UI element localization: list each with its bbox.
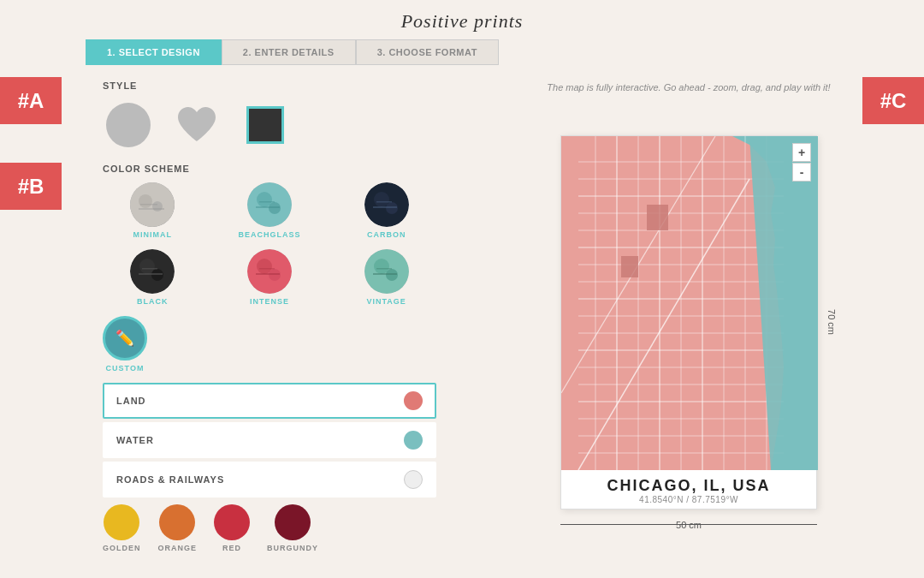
tab-bar: 1. Select Design 2. Enter Details 3. Cho… [86, 39, 838, 65]
main-content: STYLE COLOR SCHEME [0, 65, 924, 562]
swatch-burgundy[interactable]: BURGUNDY [267, 504, 318, 552]
svg-rect-3 [139, 208, 164, 210]
map-width-line [560, 524, 817, 525]
roads-color-dot [404, 470, 423, 489]
svg-rect-24 [259, 268, 275, 270]
color-scheme-minimal[interactable]: MINIMAL [103, 182, 203, 239]
map-zoom-controls: + - [792, 143, 811, 182]
color-scheme-intense[interactable]: INTENSE [220, 249, 320, 306]
map-image-area: + - [561, 136, 818, 470]
color-scheme-title: COLOR SCHEME [103, 164, 436, 174]
svg-point-2 [152, 201, 163, 212]
map-card[interactable]: + - CHICAGO, IL, USA 41.8540°N / 87.7519… [560, 135, 817, 509]
tab-enter-details[interactable]: 2. Enter Details [222, 39, 356, 65]
swatch-red[interactable]: RED [214, 504, 250, 552]
map-wrapper: 70 cm [560, 135, 817, 509]
swatch-orange-circle [159, 504, 195, 540]
svg-point-1 [139, 194, 152, 208]
svg-rect-9 [259, 201, 275, 203]
custom-circle-icon: ✏️ [103, 316, 147, 361]
tab-choose-format[interactable]: 3. Choose Format [356, 39, 499, 65]
color-scheme-black[interactable]: BLACK [103, 249, 203, 306]
color-scheme-grid: MINIMAL BEACHGLASS [103, 182, 436, 306]
right-panel: The map is fully interactive. Go ahead -… [453, 65, 924, 562]
land-color-dot [404, 391, 423, 410]
map-city-label: CHICAGO, IL, USA [561, 477, 816, 495]
color-options-list: LAND WATER ROADS & RAILWAYS [103, 383, 436, 498]
map-svg [561, 136, 818, 470]
map-footer: CHICAGO, IL, USA 41.8540°N / 87.7519°W [561, 470, 816, 509]
color-option-land[interactable]: LAND [103, 383, 436, 419]
color-option-roads[interactable]: ROADS & RAILWAYS [103, 462, 436, 498]
color-option-water[interactable]: WATER [103, 422, 436, 458]
map-coords-label: 41.8540°N / 87.7519°W [561, 495, 816, 504]
swatch-orange[interactable]: ORANGE [158, 504, 198, 552]
svg-rect-29 [376, 268, 392, 270]
zoom-in-button[interactable]: + [792, 143, 811, 162]
svg-rect-18 [139, 273, 163, 275]
swatch-red-circle [214, 504, 250, 540]
map-hint: The map is fully interactive. Go ahead -… [453, 82, 924, 92]
shape-heart[interactable] [171, 99, 222, 151]
svg-rect-23 [256, 273, 280, 275]
color-scheme-custom[interactable]: ✏️ CUSTOM [103, 316, 147, 372]
shape-square[interactable] [240, 99, 291, 151]
svg-rect-60 [647, 205, 668, 230]
swatch-burgundy-circle [275, 504, 311, 540]
zoom-out-button[interactable]: - [792, 163, 811, 182]
shape-circle[interactable] [103, 99, 154, 151]
app-title: Positive prints [0, 0, 924, 39]
badge-b: #B [0, 163, 62, 210]
badge-a: #A [0, 77, 62, 124]
color-scheme-beachglass[interactable]: BEACHGLASS [220, 182, 320, 239]
svg-rect-28 [373, 273, 397, 275]
svg-rect-8 [256, 206, 280, 208]
color-swatches-row: GOLDEN ORANGE RED BURGUNDY [103, 504, 436, 552]
svg-rect-61 [621, 256, 638, 277]
water-color-dot [404, 431, 423, 450]
swatch-golden-circle [104, 504, 139, 540]
svg-rect-19 [142, 268, 157, 270]
style-section-title: STYLE [103, 80, 436, 91]
svg-rect-14 [376, 201, 392, 203]
color-scheme-carbon[interactable]: CARBON [336, 182, 436, 239]
tab-select-design[interactable]: 1. Select Design [86, 39, 222, 65]
swatch-golden[interactable]: GOLDEN [103, 504, 141, 552]
svg-rect-13 [373, 206, 397, 208]
style-shapes-row [103, 99, 436, 151]
map-width-label: 50 cm [676, 520, 702, 530]
map-height-label: 70 cm [826, 309, 837, 335]
left-panel: STYLE COLOR SCHEME [86, 65, 453, 562]
color-scheme-vintage[interactable]: VINTAGE [336, 249, 436, 306]
svg-rect-4 [140, 204, 157, 206]
